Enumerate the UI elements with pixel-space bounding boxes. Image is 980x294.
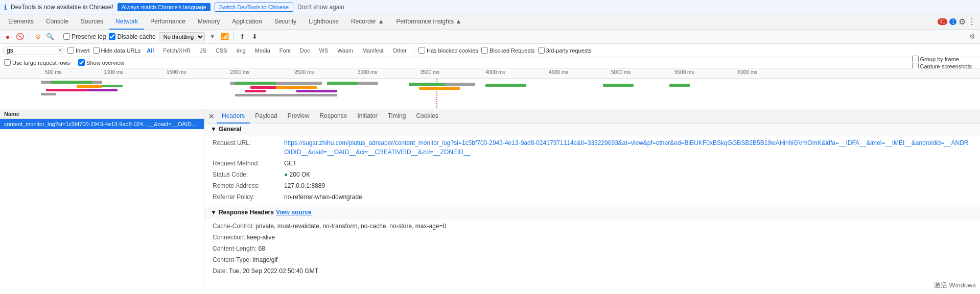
- tab-bar-icons: 41 1 ⚙ ⋮: [938, 17, 978, 27]
- dismiss-link[interactable]: Don't show again: [297, 4, 344, 11]
- record-button[interactable]: ●: [3, 32, 12, 41]
- tab-console[interactable]: Console: [40, 14, 75, 30]
- referrer-policy-value: no-referrer-when-downgrade: [284, 192, 972, 202]
- message-badge: 1: [949, 18, 956, 25]
- filter-tag-font[interactable]: Font: [276, 47, 294, 54]
- settings-right-icon[interactable]: ⚙: [968, 32, 977, 41]
- blocked-requests-checkbox[interactable]: Blocked Requests: [481, 47, 535, 54]
- export-button[interactable]: ⬇: [250, 32, 260, 41]
- tab-elements[interactable]: Elements: [2, 14, 40, 30]
- rh-content-type: Content-Type: image/gif: [213, 254, 972, 265]
- response-headers-body: Cache-Control: private, must-revalidate,…: [204, 218, 980, 281]
- filter-tag-wasm[interactable]: Wasm: [334, 47, 356, 54]
- timeline-svg: [0, 79, 980, 109]
- hide-data-urls-checkbox[interactable]: Hide data URLs: [93, 47, 141, 54]
- svg-rect-16: [245, 90, 266, 92]
- clear-button[interactable]: 🚫: [15, 32, 25, 41]
- clear-filter-icon[interactable]: ✕: [58, 47, 62, 54]
- filter-tag-js[interactable]: JS: [197, 47, 209, 54]
- throttling-select[interactable]: No throttling: [159, 32, 205, 41]
- response-headers-title: Response Headers: [219, 209, 274, 216]
- filter-tag-doc[interactable]: Doc: [297, 47, 313, 54]
- wifi-icon[interactable]: 📶: [220, 32, 229, 41]
- disable-cache-checkbox[interactable]: Disable cache: [109, 33, 155, 40]
- tab-memory[interactable]: Memory: [192, 14, 226, 30]
- request-item[interactable]: content_monitor_log?si=1c5bf700-2943-4e1…: [0, 119, 204, 130]
- rh-date: Date: Tue, 20 Sep 2022 02:50:40 GMT: [213, 265, 972, 277]
- right-checkboxes: Group by frame Capture screenshots: [912, 56, 972, 69]
- request-url-value[interactable]: https://sugar.zhihu.com/plutus_adreaper/…: [284, 138, 972, 157]
- svg-rect-19: [445, 83, 475, 86]
- import-button[interactable]: ⬆: [238, 32, 247, 41]
- toolbar-separator-2: [59, 33, 59, 41]
- tab-performance-insights[interactable]: Performance insights ▲: [390, 14, 468, 30]
- tab-preview[interactable]: Preview: [283, 109, 315, 124]
- filter-tag-other[interactable]: Other: [389, 47, 410, 54]
- svg-rect-13: [327, 82, 358, 85]
- show-overview-checkbox[interactable]: Show overview: [78, 59, 124, 66]
- group-by-frame-checkbox[interactable]: Group by frame: [912, 56, 972, 62]
- more-tools-icon[interactable]: ⋮: [968, 17, 976, 27]
- request-list: Name content_monitor_log?si=1c5bf700-294…: [0, 109, 204, 291]
- tab-initiator[interactable]: Initiator: [352, 109, 382, 124]
- svg-rect-1: [51, 81, 92, 84]
- has-blocked-cookies-checkbox[interactable]: Has blocked cookies: [418, 47, 478, 54]
- tab-network[interactable]: Network: [109, 14, 144, 30]
- filter-tag-css[interactable]: CSS: [213, 47, 230, 54]
- view-source-link[interactable]: View source: [276, 209, 312, 216]
- preserve-log-checkbox[interactable]: Preserve log: [63, 33, 106, 40]
- tab-performance[interactable]: Performance: [144, 14, 192, 30]
- tab-security[interactable]: Security: [268, 14, 302, 30]
- status-code-value: ● 200 OK: [284, 170, 972, 179]
- request-method-row: Request Method: GET: [213, 158, 972, 169]
- tab-sources[interactable]: Sources: [75, 14, 109, 30]
- timeline-marker-1500: 1500 ms: [167, 69, 186, 75]
- response-headers-section-header[interactable]: ▼ Response Headers View source: [204, 207, 980, 218]
- timeline-header: 500 ms 1000 ms 1500 ms 2000 ms 2500 ms 3…: [0, 68, 980, 79]
- timeline-marker-5500: 5500 ms: [674, 69, 694, 75]
- svg-rect-9: [235, 82, 276, 85]
- tab-application[interactable]: Application: [226, 14, 268, 30]
- always-match-language-button[interactable]: Always match Chrome's language: [118, 3, 211, 11]
- rh-content-length: Content-Length: 68: [213, 243, 972, 254]
- filter-tag-media[interactable]: Media: [252, 47, 273, 54]
- request-url-row: Request URL: https://sugar.zhihu.com/plu…: [213, 137, 972, 158]
- throttle-extra-icon[interactable]: ▼: [208, 32, 217, 41]
- info-bar: ℹ DevTools is now available in Chinese! …: [0, 0, 980, 14]
- info-text: DevTools is now available in Chinese!: [11, 4, 113, 11]
- status-code-row: Status Code: ● 200 OK: [213, 169, 972, 180]
- request-list-header: Name: [0, 109, 204, 119]
- toolbar-separator-1: [29, 33, 29, 41]
- close-details-button[interactable]: ✕: [206, 111, 217, 121]
- tab-headers[interactable]: Headers: [217, 109, 250, 124]
- invert-checkbox[interactable]: Invert: [67, 47, 90, 54]
- svg-rect-21: [603, 84, 634, 87]
- timeline-chart[interactable]: [0, 79, 980, 109]
- filter-tag-manifest[interactable]: Manifest: [359, 47, 387, 54]
- settings-icon[interactable]: ⚙: [959, 17, 966, 27]
- filter-icon[interactable]: ⊘: [33, 32, 42, 41]
- general-section-header[interactable]: ▼ General: [204, 124, 980, 135]
- tab-cookies[interactable]: Cookies: [411, 109, 443, 124]
- search-button[interactable]: 🔍: [45, 32, 55, 41]
- tab-response[interactable]: Response: [314, 109, 352, 124]
- tab-lighthouse[interactable]: Lighthouse: [302, 14, 345, 30]
- timeline-marker-4000: 4000 ms: [485, 69, 505, 75]
- tab-payload[interactable]: Payload: [250, 109, 282, 124]
- svg-rect-4: [87, 89, 118, 91]
- filter-tag-ws[interactable]: WS: [316, 47, 331, 54]
- third-party-checkbox[interactable]: 3rd-party requests: [538, 47, 592, 54]
- large-request-rows-checkbox[interactable]: Use large request rows: [4, 59, 70, 66]
- main-content: Name content_monitor_log?si=1c5bf700-294…: [0, 109, 980, 291]
- filter-tag-img[interactable]: Img: [234, 47, 249, 54]
- switch-devtools-language-button[interactable]: Switch DevTools to Chinese: [215, 3, 293, 12]
- tab-recorder[interactable]: Recorder ▲: [345, 14, 390, 30]
- tab-timing[interactable]: Timing: [383, 109, 411, 124]
- status-ok-icon: ●: [284, 171, 290, 178]
- filter-tag-fetchxhr[interactable]: Fetch/XHR: [160, 47, 194, 54]
- timeline-marker-3000: 3000 ms: [358, 69, 377, 75]
- search-input[interactable]: [3, 46, 64, 55]
- timeline-marker-4500: 4500 ms: [549, 69, 568, 75]
- filter-tag-all[interactable]: All: [144, 47, 157, 54]
- timeline-marker-2500: 2500 ms: [294, 69, 314, 75]
